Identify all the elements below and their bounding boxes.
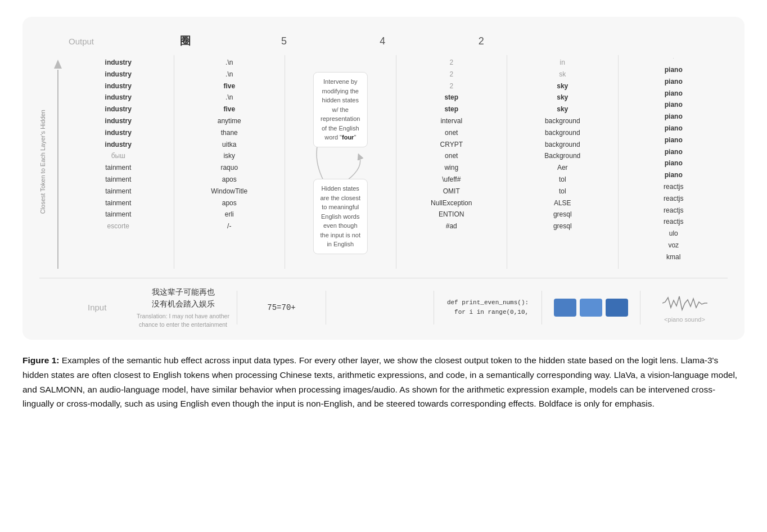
token: industry (104, 81, 133, 92)
token: sk (558, 69, 567, 80)
col5-tokens: in sk sky sky sky background background … (508, 55, 617, 232)
input-label: Input (63, 303, 130, 312)
token: piano (664, 147, 684, 157)
code-text: def print_even_nums(): for i in range(0,… (447, 298, 529, 317)
waveform-svg (662, 292, 707, 314)
token: .\n (224, 57, 234, 68)
arrow-line (57, 70, 58, 269)
col1-tokens: industry industry industry industry indu… (64, 55, 173, 232)
figure-caption: Figure 1: Examples of the semantic hub e… (22, 353, 742, 411)
token: apos (221, 174, 238, 185)
token: piano (664, 100, 684, 110)
caption-text: Examples of the semantic hub effect acro… (22, 355, 737, 408)
token: industry (104, 57, 133, 68)
input-label-text: Input (88, 303, 106, 312)
token: industry (104, 69, 133, 80)
token: 2 (448, 81, 454, 92)
token: piano (664, 111, 684, 122)
arrow-col (52, 55, 64, 269)
col4-tokens: 2 2 2 step step interval onet CRYPT onet… (398, 55, 506, 232)
tooltip-intervene: Intervene by modifying the hidden states… (313, 72, 367, 147)
token: raquo (219, 163, 239, 173)
chinese-text: 我这辈子可能再也没有机会踏入娱乐 (152, 286, 215, 310)
image-block-2 (580, 299, 602, 317)
figure-container: Output 圈 5 4 2 Closest Token to Each Lay… (22, 17, 745, 340)
token: five (222, 81, 236, 92)
token: kmal (665, 252, 682, 263)
col6-tokens: piano piano piano piano piano piano pian… (620, 62, 728, 263)
token: in (559, 57, 566, 68)
token: industry (104, 92, 133, 103)
token: industry (104, 116, 133, 127)
token: tainment (104, 198, 132, 209)
token: erli (224, 209, 235, 220)
token: background (544, 139, 581, 150)
token: voz (667, 240, 680, 251)
token: gresql (552, 209, 573, 220)
token: piano (664, 88, 684, 99)
token: .\n (224, 92, 234, 103)
image-blocks (554, 299, 628, 317)
token: tainment (104, 209, 132, 220)
token: background (544, 128, 581, 138)
token: Aer (556, 163, 569, 173)
token: escorte (106, 221, 130, 232)
token: #ad (445, 221, 458, 232)
token: industry (104, 128, 133, 138)
col-5: in sk sky sky sky background background … (508, 55, 617, 269)
input-row: Input 我这辈子可能再也没有机会踏入娱乐 Translation: I ma… (39, 278, 728, 328)
token: \ufeff# (441, 174, 462, 185)
token: 2 (448, 57, 454, 68)
token: ENTION (437, 209, 465, 220)
token: isky (222, 151, 236, 161)
figure-label: Figure 1: (22, 355, 59, 365)
token: five (222, 104, 236, 115)
token: ulo (668, 228, 679, 239)
input-cell-6: <piano sound> (642, 292, 728, 323)
token: OMIT (442, 186, 461, 197)
token: tainment (104, 174, 132, 185)
columns-area: industry industry industry industry indu… (64, 55, 728, 269)
tooltip-hidden: Hidden states are the closest to meaning… (313, 179, 367, 254)
col-6: · piano piano piano piano piano piano pi… (620, 55, 728, 269)
token: gresql (552, 221, 573, 232)
translation-text: Translation: I may not have anotherchanc… (137, 312, 229, 328)
token: piano (664, 135, 684, 146)
token: piano (664, 65, 684, 75)
token: anytime (216, 116, 242, 127)
token: 2 (448, 69, 454, 80)
token: tol (558, 186, 567, 197)
col-header-1: 圈 (136, 34, 234, 48)
token: interval (439, 116, 463, 127)
token: piano (664, 76, 684, 87)
token: industry (104, 139, 133, 150)
token: NullException (430, 198, 473, 209)
piano-sound-label: <piano sound> (664, 316, 705, 323)
image-block-3 (606, 299, 628, 317)
col-3: Intervene by modifying the hidden states… (286, 55, 395, 269)
token: WindowTitle (210, 186, 249, 197)
token: uitka (221, 139, 237, 150)
col-header-2: 5 (234, 35, 333, 47)
token: sky (556, 92, 569, 103)
token: onet (444, 151, 459, 161)
col2-tokens: .\n .\n five .\n five anytime thane uitk… (175, 55, 284, 232)
token: быш (110, 151, 127, 161)
input-cell-5 (543, 299, 639, 317)
token: thane (220, 128, 239, 138)
token: background (544, 116, 581, 127)
token: sky (556, 81, 569, 92)
token: onet (444, 128, 459, 138)
arrow-up-icon (54, 60, 62, 69)
math-expression: 75=70+ (267, 303, 295, 312)
token: piano (664, 170, 684, 181)
token: tainment (104, 186, 132, 197)
col-4: 2 2 2 step step interval onet CRYPT onet… (398, 55, 506, 269)
token: tol (558, 174, 567, 185)
token: .\n (224, 69, 234, 80)
token: wing (443, 163, 459, 173)
input-cell-4: def print_even_nums(): for i in range(0,… (435, 298, 540, 317)
input-cell-2: 75=70+ (238, 303, 324, 312)
output-label: Output (69, 37, 136, 46)
token: reactjs (662, 205, 684, 216)
